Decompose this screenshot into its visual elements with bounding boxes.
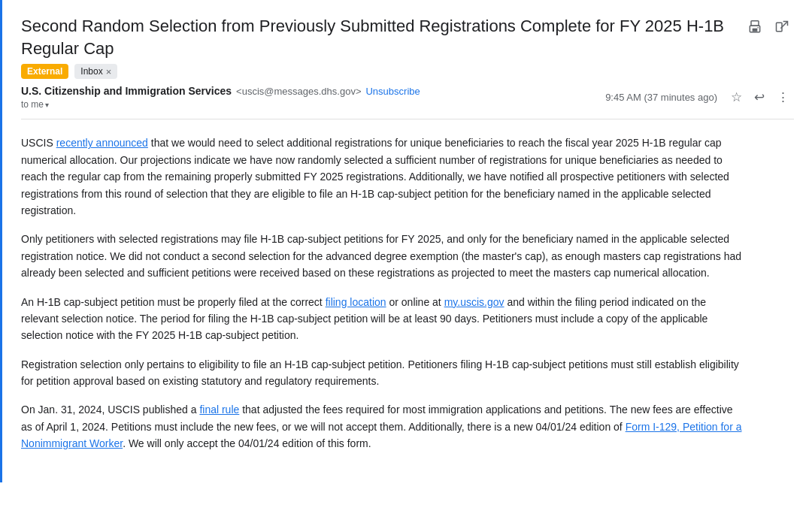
print-button[interactable]: [743, 15, 767, 39]
recently-announced-link[interactable]: recently announced: [56, 137, 148, 149]
filing-location-link[interactable]: filing location: [326, 296, 386, 308]
star-icon: ☆: [731, 89, 742, 105]
svg-point-3: [757, 27, 759, 29]
reply-button[interactable]: ↩: [750, 85, 769, 110]
body-paragraph-4: Registration selection only pertains to …: [21, 356, 743, 390]
more-button[interactable]: ⋮: [772, 85, 794, 110]
final-rule-link[interactable]: final rule: [199, 404, 239, 416]
subject-text: Second Random Selection from Previously …: [21, 17, 724, 58]
close-icon[interactable]: ×: [106, 67, 112, 77]
sender-name: U.S. Citizenship and Immigration Service…: [21, 85, 232, 97]
svg-rect-4: [777, 23, 783, 32]
myuscis-link[interactable]: my.uscis.gov: [444, 296, 504, 308]
inbox-label: Inbox: [80, 66, 102, 77]
star-button[interactable]: ☆: [726, 85, 747, 110]
svg-rect-2: [753, 29, 758, 32]
reply-icon: ↩: [754, 89, 765, 105]
sender-email: <uscis@messages.dhs.gov>: [236, 86, 361, 97]
svg-rect-0: [751, 21, 759, 26]
more-icon: ⋮: [777, 89, 789, 105]
body-paragraph-5: On Jan. 31, 2024, USCIS published a fina…: [21, 401, 743, 452]
body-paragraph-1: USCIS recently announced that we would n…: [21, 135, 743, 219]
popout-button[interactable]: [770, 15, 794, 39]
badge-external: External: [21, 64, 68, 79]
body-paragraph-2: Only petitioners with selected registrat…: [21, 231, 743, 281]
chevron-down-icon[interactable]: ▾: [45, 101, 49, 109]
badge-inbox[interactable]: Inbox ×: [74, 64, 117, 79]
to-me-label: to me: [21, 99, 44, 110]
timestamp: 9:45 AM (37 minutes ago): [605, 92, 717, 103]
unsubscribe-link[interactable]: Unsubscribe: [365, 86, 420, 97]
body-paragraph-3: An H-1B cap-subject petition must be pro…: [21, 294, 743, 344]
